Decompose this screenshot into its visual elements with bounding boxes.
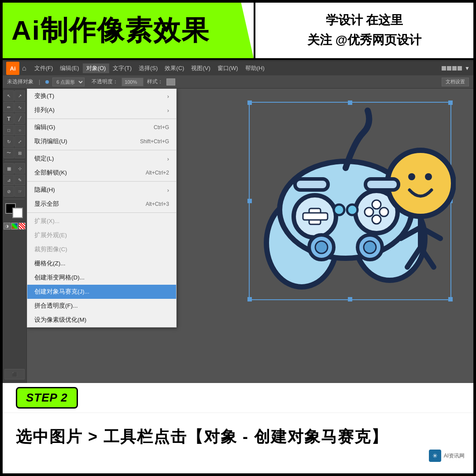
tool-row-9: ⊘ ☞: [4, 186, 26, 197]
pen-tool[interactable]: ✏: [4, 102, 14, 112]
controller-illustration: [244, 97, 456, 305]
subtitle-text: 学设计 在这里 关注 @优秀网页设计: [307, 11, 421, 50]
style-label: 样式：: [147, 78, 163, 86]
arrow-icon: ›: [167, 187, 170, 193]
menu-lock[interactable]: 锁定(L) ›: [27, 152, 176, 166]
step-banner: STEP 2: [3, 382, 473, 413]
menu-rasterize[interactable]: 栅格化(Z)...: [27, 257, 176, 271]
svg-rect-6: [303, 213, 328, 220]
watermark-text: AI资讯网: [444, 452, 465, 460]
dropdown-menu: 变换(T) › 排列(A) › 编辑(G) Ctrl+G 取消编组(U) Sh: [27, 89, 177, 327]
menu-effect[interactable]: 效果(C): [161, 63, 188, 73]
doc-settings-button[interactable]: 文档设置: [442, 78, 469, 86]
menu-view[interactable]: 视图(V): [188, 63, 214, 73]
graph-tool[interactable]: ▦: [4, 163, 14, 174]
divider-4: [27, 212, 176, 213]
scale-tool[interactable]: ⤢: [15, 136, 25, 147]
select-tool[interactable]: ↖: [4, 90, 14, 101]
menu-unlock-all[interactable]: 全部解锁(K) Alt+Ctrl+2: [27, 166, 176, 180]
menu-edit[interactable]: 编辑(E): [56, 63, 82, 73]
ai-window: Ai ⌂ 文件(F) 编辑(E) 对象(O) 文字(T) 选择(S) 效果(C)…: [3, 60, 473, 382]
canvas-area: 变换(T) › 排列(A) › 编辑(G) Ctrl+G 取消编组(U) Sh: [27, 89, 473, 383]
opacity-label: 不透明度：: [92, 78, 118, 86]
menu-text[interactable]: 文字(T): [109, 63, 135, 73]
tool-row-3: T ╱: [4, 113, 26, 124]
paint-brush[interactable]: ⊿: [4, 175, 14, 185]
menu-help[interactable]: 帮助(H): [242, 63, 268, 73]
hand-tool[interactable]: ☞: [15, 186, 25, 197]
color-selector[interactable]: [4, 203, 26, 220]
direct-select-tool[interactable]: ↗: [15, 90, 25, 101]
eyedropper-tool[interactable]: ⊘: [4, 186, 14, 197]
menu-arrow: ▼: [465, 65, 470, 71]
color-mode-icon[interactable]: ◑: [4, 223, 11, 230]
title-banner-left: Ai制作像素效果: [3, 3, 254, 58]
divider-1: [27, 119, 176, 119]
curvature-tool[interactable]: ∿: [15, 102, 25, 112]
ai-logo: Ai: [6, 62, 19, 75]
svg-rect-27: [365, 179, 399, 190]
divider-3: [27, 181, 176, 182]
none-icon[interactable]: [18, 223, 26, 230]
warp-tool[interactable]: 〜: [4, 148, 14, 158]
menu-select[interactable]: 选择(S): [135, 63, 161, 73]
tool-row-2: ✏ ∿: [4, 102, 26, 112]
menu-create-object-mosaic[interactable]: 创建对象马赛克(J)...: [27, 285, 176, 299]
menu-object[interactable]: 对象(O): [83, 63, 110, 73]
tool-row-5: ↻ ⤢: [4, 136, 26, 147]
opacity-input[interactable]: [122, 78, 144, 86]
menu-file[interactable]: 文件(F): [31, 63, 57, 73]
menu-pixel-perfect[interactable]: 设为像素级优化(M): [27, 313, 176, 327]
menu-window[interactable]: 窗口(W): [214, 63, 242, 73]
draw-inside-tool[interactable]: ⬛: [4, 369, 25, 379]
free-transform-tool[interactable]: ⊞: [15, 148, 25, 158]
menu-expand[interactable]: 扩展(X)...: [27, 214, 176, 228]
menu-ungroup[interactable]: 取消编组(U) Shift+Ctrl+G: [27, 134, 176, 149]
menu-expand-appearance[interactable]: 扩展外观(E): [27, 228, 176, 242]
svg-point-9: [380, 208, 388, 216]
type-tool[interactable]: T: [4, 113, 14, 124]
top-banner: Ai制作像素效果 学设计 在这里 关注 @优秀网页设计: [3, 3, 473, 60]
svg-point-13: [347, 205, 358, 215]
rect-tool[interactable]: □: [4, 125, 14, 135]
menu-create-gradient-mesh[interactable]: 创建渐变网格(D)...: [27, 271, 176, 285]
tool-row-6: 〜 ⊞: [4, 148, 26, 158]
watermark: ✳ AI资讯网: [429, 450, 465, 462]
tool-divider-1: [4, 160, 25, 161]
gradient-icon[interactable]: [11, 223, 18, 230]
tool-row-4: □ ○: [4, 125, 26, 135]
ellipse-tool[interactable]: ○: [15, 125, 25, 135]
main-content: ↖ ↗ ✏ ∿ T ╱ □ ○ ↻ ⤢: [3, 89, 473, 383]
shape-selector[interactable]: 6 点圆形: [52, 78, 85, 86]
stroke-color: [12, 208, 23, 218]
svg-point-12: [334, 205, 344, 215]
menu-show-all[interactable]: 显示全部 Alt+Ctrl+3: [27, 197, 176, 211]
menu-arrange[interactable]: 排列(A) ›: [27, 103, 176, 117]
home-icon[interactable]: ⌂: [22, 64, 26, 72]
svg-point-11: [365, 208, 373, 216]
main-title: Ai制作像素效果: [11, 12, 210, 49]
svg-point-8: [372, 200, 381, 209]
menu-flatten-transparency[interactable]: 拼合透明度(F)...: [27, 299, 176, 313]
menu-group[interactable]: 编辑(G) Ctrl+G: [27, 120, 176, 134]
menu-crop-image[interactable]: 裁剪图像(C): [27, 242, 176, 257]
tool-row-7: ▦ ⊹: [4, 163, 26, 174]
shape-dot: [45, 80, 49, 84]
rotate-tool[interactable]: ↻: [4, 136, 14, 147]
workspace-switcher[interactable]: [442, 66, 462, 71]
menu-transform[interactable]: 变换(T) ›: [27, 89, 176, 103]
symbol-tool[interactable]: ⊹: [15, 163, 25, 174]
tool-row-1: ↖ ↗: [4, 90, 26, 101]
menu-hide[interactable]: 隐藏(H) ›: [27, 183, 176, 197]
instruction-text: 选中图片 > 工具栏点击【对象 - 创建对象马赛克】: [16, 426, 388, 448]
arrow-icon: ›: [167, 107, 170, 114]
bottom-text-area: 选中图片 > 工具栏点击【对象 - 创建对象马赛克】 ✳ AI资讯网: [3, 413, 473, 465]
style-swatch[interactable]: [166, 78, 175, 86]
watermark-icon: ✳: [429, 450, 441, 462]
pencil-tool[interactable]: ✎: [15, 175, 25, 185]
tool-row-8: ⊿ ✎: [4, 175, 26, 185]
svg-point-20: [425, 173, 432, 180]
arrow-icon: ›: [167, 156, 170, 162]
line-tool[interactable]: ╱: [15, 113, 25, 124]
tool-row-color-mode: ◑: [4, 223, 26, 230]
